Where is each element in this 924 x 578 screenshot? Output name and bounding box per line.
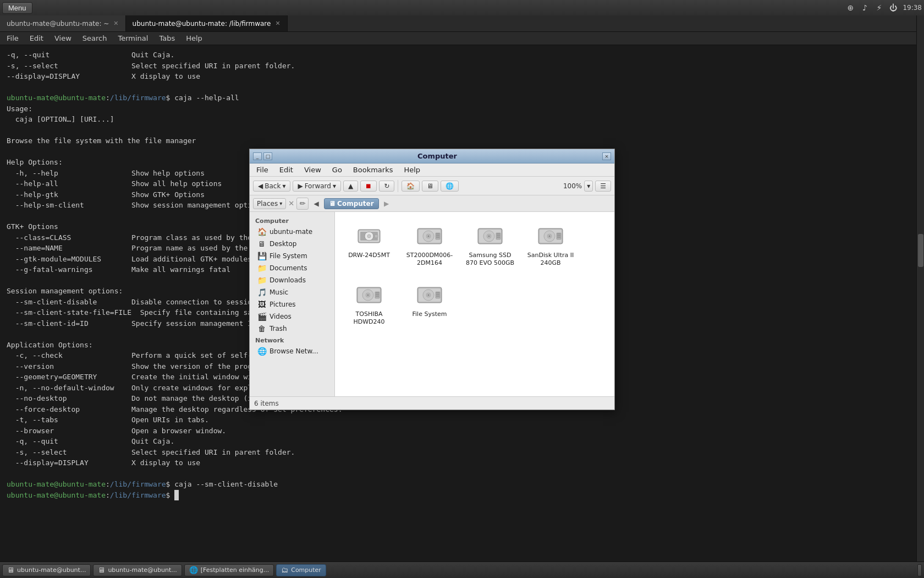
svg-rect-14: [436, 237, 439, 238]
svg-rect-23: [497, 237, 500, 238]
menu-view[interactable]: View: [52, 33, 74, 43]
fm-breadcrumb-back-arrow[interactable]: ◀: [311, 198, 322, 209]
terminal-tabs: ubuntu-mate@ubuntu-mate: ~ ✕ ubuntu-mate…: [0, 15, 924, 32]
sidebar-item-browse-network[interactable]: 🌐 Browse Netw...: [250, 345, 334, 357]
top-panel: Menu ⊕ ♪ ⚡ ⏻ 19:38: [0, 0, 924, 15]
fm-toolbar: ◀ Back ▾ ▶ Forward ▾ ▲ ⏹ ↻ 🏠 🖥 🌐 10: [250, 177, 614, 195]
fm-sidebar-section-computer: Computer: [250, 215, 334, 226]
svg-rect-48: [436, 292, 439, 293]
sidebar-item-downloads[interactable]: 📁 Downloads: [250, 274, 334, 286]
fm-computer-button[interactable]: 🖥: [422, 181, 438, 192]
list-item[interactable]: DRW-24D5MT: [342, 219, 397, 272]
terminal-2-icon: 🖥: [98, 566, 105, 574]
panel-right: ⊕ ♪ ⚡ ⏻ 19:38: [845, 3, 922, 13]
menu-search[interactable]: Search: [80, 33, 109, 43]
svg-rect-22: [497, 235, 500, 236]
videos-icon: 🎬: [257, 312, 266, 321]
fm-up-icon: ▲: [348, 182, 353, 190]
fm-network-button[interactable]: 🌐: [441, 181, 459, 192]
fm-edit-location-button[interactable]: ✏: [296, 198, 309, 210]
taskbar-item-computer[interactable]: 🗂 Computer: [276, 564, 326, 576]
fm-view-options-button[interactable]: ☰: [595, 181, 611, 192]
sidebar-item-documents[interactable]: 📁 Documents: [250, 262, 334, 274]
fm-menu-bookmarks[interactable]: Bookmarks: [350, 165, 397, 175]
terminal-menubar: File Edit View Search Terminal Tabs Help: [0, 32, 924, 45]
fm-zoom-dropdown[interactable]: ▾: [584, 181, 593, 192]
fm-places-button[interactable]: Places ▾: [253, 198, 286, 209]
fm-forward-button[interactable]: ▶ Forward ▾: [293, 181, 341, 192]
svg-rect-21: [497, 233, 500, 235]
pictures-icon: 🖼: [257, 300, 266, 309]
scrollbar[interactable]: [916, 15, 924, 561]
fm-title: Computer: [272, 152, 602, 160]
svg-rect-39: [376, 292, 379, 293]
desktop-icon: 🖥: [257, 239, 266, 248]
menu-tabs[interactable]: Tabs: [157, 33, 177, 43]
fm-reload-button[interactable]: ↻: [379, 181, 394, 192]
fm-breadcrumb-label: Computer: [337, 200, 373, 208]
list-item[interactable]: File System: [402, 277, 457, 331]
fm-main-area: DRW-24D5MT ST: [335, 212, 614, 396]
terminal-tab-2-close[interactable]: ✕: [275, 20, 280, 27]
terminal-tab-2-label: ubuntu-mate@ubuntu-mate: /lib/firmware: [133, 20, 271, 28]
fm-forward-label: Forward: [305, 182, 331, 190]
sidebar-item-filesystem[interactable]: 💾 File System: [250, 250, 334, 262]
sidebar-item-videos[interactable]: 🎬 Videos: [250, 310, 334, 323]
fm-zoom-control: 100% ▾: [563, 181, 593, 192]
terminal-tab-2[interactable]: ubuntu-mate@ubuntu-mate: /lib/firmware ✕: [126, 15, 288, 31]
terminal-tab-1[interactable]: ubuntu-mate@ubuntu-mate: ~ ✕: [0, 15, 126, 31]
sidebar-item-trash[interactable]: 🗑 Trash: [250, 323, 334, 335]
fm-places-arrow-icon: ▾: [279, 200, 282, 206]
list-item[interactable]: SanDisk Ultra II 240GB: [523, 219, 578, 272]
svg-rect-31: [557, 235, 560, 236]
sidebar-item-pictures[interactable]: 🖼 Pictures: [250, 298, 334, 310]
fm-breadcrumb-computer[interactable]: 🖥 Computer: [324, 198, 378, 209]
sidebar-label-ubuntu-mate: ubuntu-mate: [270, 228, 312, 236]
fm-home-button[interactable]: 🏠: [402, 181, 420, 192]
menu-help[interactable]: Help: [184, 33, 205, 43]
panel-left: Menu: [2, 2, 32, 14]
fm-menu-view[interactable]: View: [301, 165, 324, 175]
menu-file[interactable]: File: [4, 33, 21, 43]
fm-up-button[interactable]: ▲: [343, 181, 358, 192]
home-folder-icon: 🏠: [257, 227, 266, 236]
fm-menu-help[interactable]: Help: [400, 165, 424, 175]
scroll-thumb[interactable]: [918, 234, 923, 267]
taskbar-item-terminal-2[interactable]: 🖥 ubuntu-mate@ubunt...: [93, 564, 182, 576]
fm-places-close-icon[interactable]: ✕: [288, 199, 294, 208]
list-item[interactable]: ST2000DM006-2DM164: [402, 219, 457, 272]
taskbar-label-terminal-2: ubuntu-mate@ubunt...: [108, 566, 177, 574]
fm-back-button[interactable]: ◀ Back ▾: [253, 181, 290, 192]
list-item[interactable]: TOSHIBA HDWD240: [342, 277, 397, 331]
fm-home-icon: 🏠: [406, 182, 415, 190]
menu-edit[interactable]: Edit: [28, 33, 46, 43]
svg-point-46: [428, 294, 430, 296]
sidebar-item-desktop[interactable]: 🖥 Desktop: [250, 238, 334, 250]
fm-close-button[interactable]: ×: [602, 152, 611, 160]
fm-menu-file[interactable]: File: [253, 165, 272, 175]
taskbar-item-browser[interactable]: 🌐 [Festplatten einhäng...: [184, 564, 274, 576]
sidebar-item-music[interactable]: 🎵 Music: [250, 286, 334, 298]
battery-icon: ⚡: [874, 3, 884, 13]
volume-icon: ♪: [860, 3, 870, 13]
menu-button[interactable]: Menu: [2, 2, 32, 14]
list-item[interactable]: Samsung SSD 870 EVO 500GB: [463, 219, 518, 272]
taskbar-item-terminal-1[interactable]: 🖥 ubuntu-mate@ubunt...: [2, 564, 91, 576]
menu-terminal[interactable]: Terminal: [116, 33, 150, 43]
fm-wm-buttons: _ □: [253, 152, 272, 160]
fm-menu-edit[interactable]: Edit: [276, 165, 296, 175]
fm-stop-button[interactable]: ⏹: [360, 181, 377, 192]
sidebar-item-ubuntu-mate[interactable]: 🏠 ubuntu-mate: [250, 226, 334, 238]
item-label: File System: [413, 310, 447, 318]
fm-computer-breadcrumb-icon: 🖥: [329, 200, 336, 208]
fm-maximize-button[interactable]: □: [263, 152, 272, 160]
show-desktop-button[interactable]: [917, 564, 922, 576]
fm-breadcrumb-fwd-arrow[interactable]: ▶: [381, 198, 392, 209]
terminal-tab-1-close[interactable]: ✕: [113, 20, 118, 27]
fm-back-dropdown-icon[interactable]: ▾: [282, 182, 285, 190]
sidebar-label-filesystem: File System: [270, 252, 307, 260]
fm-forward-dropdown-icon[interactable]: ▾: [333, 182, 336, 190]
fm-minimize-button[interactable]: _: [253, 152, 262, 160]
fm-network-icon: 🌐: [446, 182, 454, 190]
fm-menu-go[interactable]: Go: [329, 165, 345, 175]
